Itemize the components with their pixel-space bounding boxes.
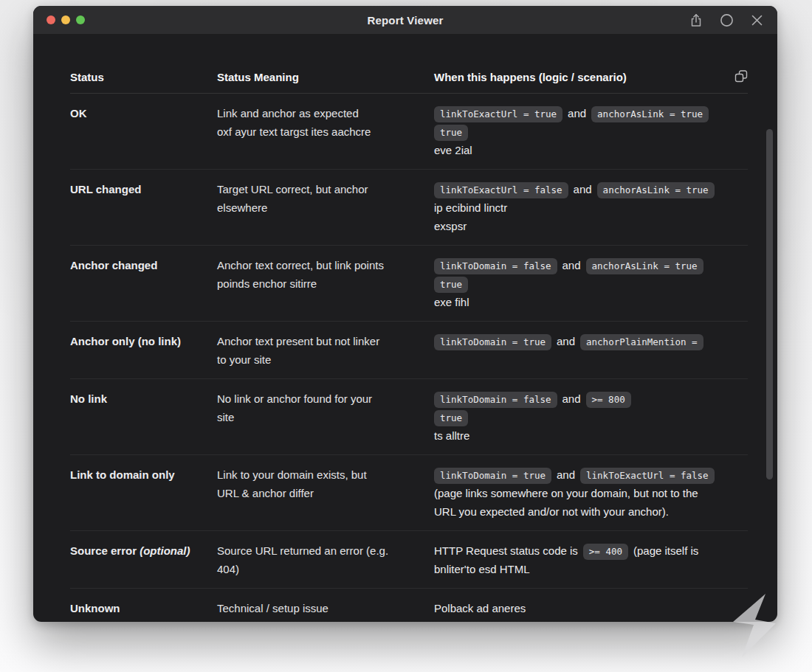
logic-text: and: [574, 183, 592, 195]
meaning-cell: Anchor text present but not linker to yo…: [217, 332, 434, 369]
logic-line: (page links somewhere on your domain, bu…: [434, 484, 726, 502]
status-label: Link to domain only: [70, 468, 175, 481]
logic-cell: linkToDomain = falseand>= 800truets allt…: [434, 389, 726, 445]
header-status: Status: [70, 71, 217, 83]
window-title: Report Viewer: [33, 14, 777, 27]
share-icon[interactable]: [689, 13, 703, 27]
table-row: No linkNo link or anchor found for your …: [70, 379, 748, 455]
logic-line: eve 2ial: [434, 141, 726, 159]
table-row: UnknownTechnical / setup issuePolback ad…: [70, 589, 748, 622]
meaning-cell: Technical / setup issue: [217, 599, 434, 617]
code-chip: true: [434, 410, 468, 426]
logic-text: HTTP Request status code is: [434, 544, 578, 557]
logic-line: bnliter'to esd HTML: [434, 560, 726, 578]
logic-text: ts alltre: [434, 429, 469, 442]
logic-line: linkToExactUrl = falseandanchorAsLink = …: [434, 180, 726, 198]
code-chip: linkToDomain = true: [434, 334, 551, 350]
table-row: Link to domain onlyLink to your domain e…: [70, 455, 748, 531]
status-label: URL changed: [70, 183, 141, 195]
logic-text: (page itself is: [633, 544, 698, 557]
table-header: Status Status Meaning When this happens …: [70, 69, 748, 94]
logic-line: linkToExactUrl = trueandanchorAsLink = t…: [434, 104, 726, 122]
code-chip: linkToExactUrl = false: [434, 182, 568, 198]
copy-icon[interactable]: [734, 69, 748, 85]
logic-line: URL you expected and/or not with your an…: [434, 502, 726, 521]
status-cell: URL changed: [70, 180, 217, 235]
row-spacer: [726, 256, 748, 311]
zoom-traffic-light[interactable]: [76, 15, 85, 24]
logic-line: ts alltre: [434, 426, 726, 445]
logic-line: HTTP Request status code is>= 400(page i…: [434, 541, 726, 560]
logic-line: linkToDomain = trueandanchorPlainMention…: [434, 332, 726, 350]
status-label: Anchor changed: [70, 259, 157, 271]
table-row: Anchor only (no link)Anchor text present…: [70, 322, 748, 379]
logic-text: eve 2ial: [434, 144, 472, 156]
logic-line: exe fihl: [434, 293, 726, 311]
status-cell: OK: [70, 104, 217, 159]
logic-line: exspsr: [434, 217, 726, 235]
status-cell: Anchor only (no link): [70, 332, 217, 369]
status-label: OK: [70, 107, 87, 119]
logic-text: and: [557, 468, 575, 481]
code-chip: true: [434, 125, 468, 141]
close-icon[interactable]: [749, 13, 764, 27]
logic-line: linkToDomain = trueandlinkToExactUrl = f…: [434, 465, 726, 484]
meaning-cell: Source URL returned an error (e.g. 404): [217, 541, 434, 578]
code-chip: anchorPlainMention =: [580, 334, 703, 350]
row-spacer: [726, 180, 748, 235]
logic-cell: linkToExactUrl = trueandanchorAsLink = t…: [434, 104, 726, 159]
row-spacer: [726, 599, 748, 617]
logic-text: exspsr: [434, 220, 467, 232]
row-spacer: [726, 465, 748, 521]
table-row: Source error (optional)Source URL return…: [70, 531, 748, 589]
logic-line: true: [434, 274, 726, 293]
logic-text: and: [568, 107, 586, 119]
circle-icon[interactable]: [719, 13, 734, 27]
logic-cell: linkToDomain = trueandanchorPlainMention…: [434, 332, 726, 369]
logic-cell: linkToDomain = trueandlinkToExactUrl = f…: [434, 465, 726, 521]
code-chip: anchorAsLink = true: [591, 106, 709, 122]
status-label: Unknown: [70, 602, 120, 614]
close-traffic-light[interactable]: [47, 15, 55, 24]
scrollbar-thumb[interactable]: [766, 129, 773, 479]
table-row: Anchor changedAnchor text correct, but l…: [70, 246, 748, 322]
logic-cell: linkToExactUrl = falseandanchorAsLink = …: [434, 180, 726, 235]
meaning-cell: Anchor text correct, but link points poi…: [217, 256, 434, 311]
meaning-cell: Target URL correct, but anchor elsewhere: [217, 180, 434, 235]
meaning-cell: Link to your domain exists, but URL & an…: [217, 465, 434, 521]
logic-text: ip ecibind linctr: [434, 201, 507, 214]
logic-text: URL you expected and/or not with your an…: [434, 505, 669, 518]
logic-line: ip ecibind linctr: [434, 198, 726, 217]
logic-cell: Polback ad aneres: [434, 599, 726, 617]
traffic-lights: [47, 15, 85, 24]
logic-text: and: [562, 259, 581, 271]
status-label: Anchor only (no link): [70, 335, 181, 347]
logic-line: linkToDomain = falseandanchorAsLink = tr…: [434, 256, 726, 274]
logic-text: exe fihl: [434, 296, 469, 308]
logic-line: true: [434, 122, 726, 141]
logic-line: Polback ad aneres: [434, 599, 726, 617]
code-chip: >= 800: [586, 392, 631, 408]
code-chip: anchorAsLink = true: [597, 182, 715, 198]
row-spacer: [726, 104, 748, 159]
table-row: OKLink and anchor as expected oxf ayur t…: [70, 94, 748, 170]
titlebar: Report Viewer: [33, 6, 777, 35]
status-cell: Anchor changed: [70, 256, 217, 311]
header-status-meaning: Status Meaning: [217, 71, 434, 83]
status-cell: No link: [70, 389, 217, 445]
logic-text: bnliter'to esd HTML: [434, 563, 530, 575]
code-chip: true: [434, 277, 468, 293]
code-chip: linkToExactUrl = false: [580, 468, 715, 484]
code-chip: linkToDomain = true: [434, 468, 551, 484]
logic-text: Polback ad aneres: [434, 602, 526, 614]
logic-text: (page links somewhere on your domain, bu…: [434, 487, 698, 499]
report-viewer-window: Report Viewer: [33, 6, 777, 622]
titlebar-actions: [689, 13, 764, 27]
logic-cell: linkToDomain = falseandanchorAsLink = tr…: [434, 256, 726, 311]
logic-text: and: [557, 335, 575, 347]
row-spacer: [726, 332, 748, 369]
table-row: URL changedTarget URL correct, but ancho…: [70, 170, 748, 246]
minimize-traffic-light[interactable]: [61, 15, 70, 24]
meaning-cell: No link or anchor found for your site: [217, 389, 434, 445]
code-chip: linkToDomain = false: [434, 392, 557, 408]
